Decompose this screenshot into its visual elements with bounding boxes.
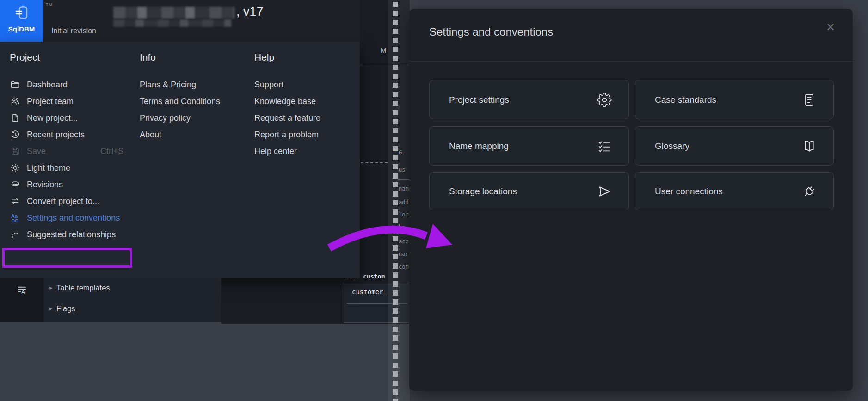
svg-text:Aa: Aa: [11, 213, 18, 219]
menu-column-title-info: Info: [140, 52, 156, 63]
menu-item-project-team[interactable]: Project team: [0, 93, 134, 110]
convert-arrows-icon: [10, 196, 20, 206]
card-user-connections[interactable]: User connections: [635, 172, 834, 210]
screenshot-root: SqlDBM TM , v17 Initial revision M STG. …: [0, 0, 868, 401]
column-fragment: nam: [399, 185, 409, 192]
menu-item-privacy[interactable]: Privacy policy: [140, 110, 220, 126]
plug-icon: [802, 184, 817, 199]
project-version-suffix: , v17: [236, 5, 264, 19]
book-icon: [802, 139, 817, 154]
menu-column-title-help: Help: [254, 52, 274, 63]
canvas-tab-fragment: M: [381, 46, 387, 54]
menu-item-request-feature[interactable]: Request a feature: [254, 110, 320, 126]
menu-item-suggested-relationships[interactable]: Suggested relationships: [0, 226, 134, 243]
column-fragment: acc: [399, 238, 409, 245]
redacted-project-title-line2: [113, 19, 231, 27]
menu-item-knowledge-base[interactable]: Knowledge base: [254, 93, 320, 110]
column-fragment: ho: [399, 224, 405, 230]
settings-conventions-modal: Settings and conventions ✕ Project setti…: [409, 9, 853, 391]
floppy-icon: [10, 146, 20, 156]
folder-icon: [10, 80, 20, 90]
app-logo-label: SqlDBM: [8, 25, 35, 33]
menu-item-recent-projects[interactable]: Recent projects: [0, 126, 134, 143]
relationship-dashed-line: [361, 162, 388, 163]
menu-item-save: Save Ctrl+S: [0, 143, 134, 160]
file-icon: [10, 113, 20, 123]
app-logo[interactable]: SqlDBM: [0, 0, 43, 42]
chevron-right-icon: ▸: [49, 305, 52, 312]
annotation-highlight-box: [2, 248, 132, 268]
menu-item-settings-and-conventions[interactable]: Aa Settings and conventions: [0, 210, 134, 226]
history-icon: [10, 130, 20, 140]
menu-item-support[interactable]: Support: [254, 76, 320, 93]
menu-item-revisions[interactable]: Revisions: [0, 176, 134, 193]
tree-item-table-templates[interactable]: ▸ Table templates: [49, 278, 216, 297]
letter-case-icon: Aa: [10, 213, 20, 223]
column-fragment: com: [399, 264, 409, 270]
menu-item-plans-pricing[interactable]: Plans & Pricing: [140, 76, 220, 93]
sqldbm-logo-icon: [12, 5, 31, 24]
table-node-header: customer_: [352, 288, 387, 296]
revision-subtitle: Initial revision: [51, 27, 96, 35]
revisions-icon: [10, 179, 20, 190]
column-fragment: nar: [399, 251, 409, 257]
text-format-icon[interactable]: A: [16, 283, 29, 296]
torn-edge-dots: [393, 2, 398, 401]
table-fragment-divider: [398, 179, 410, 180]
chevron-right-icon: ▸: [49, 284, 52, 291]
menu-item-light-theme[interactable]: Light theme: [0, 160, 134, 176]
sun-icon: [10, 163, 20, 173]
menu-item-terms[interactable]: Terms and Conditions: [140, 93, 220, 110]
close-icon[interactable]: ✕: [826, 22, 835, 33]
menu-item-convert-project[interactable]: Convert project to...: [0, 193, 134, 210]
card-storage-locations[interactable]: Storage locations: [429, 172, 629, 210]
column-fragment: G.: [399, 149, 405, 156]
menu-item-about[interactable]: About: [140, 126, 220, 143]
paper-plane-icon: [596, 184, 612, 199]
column-fragment: add: [399, 199, 409, 205]
explorer-bottom-panel: ▸ Table templates ▸ Flags: [44, 278, 221, 322]
save-shortcut: Ctrl+S: [100, 147, 124, 156]
column-fragment: loc: [399, 211, 409, 218]
trademark-label: TM: [46, 2, 53, 7]
modal-header-divider: [409, 61, 853, 62]
main-menu-panel: Project Dashboard Project team New proje…: [0, 42, 360, 278]
card-case-standards[interactable]: Case standards: [635, 80, 834, 119]
suggested-relationships-icon: [10, 229, 20, 240]
menu-column-title-project: Project: [10, 52, 40, 63]
card-project-settings[interactable]: Project settings: [429, 80, 629, 119]
svg-text:A: A: [21, 289, 25, 295]
menu-item-new-project[interactable]: New project...: [0, 110, 134, 126]
card-name-mapping[interactable]: Name mapping: [429, 126, 629, 166]
card-glossary[interactable]: Glossary: [635, 126, 834, 166]
modal-title: Settings and conventions: [429, 25, 553, 38]
left-toolbar-strip: A: [0, 278, 44, 322]
gear-icon: [597, 93, 612, 107]
menu-item-report-problem[interactable]: Report a problem: [254, 126, 320, 143]
column-fragment: us: [399, 167, 405, 173]
tree-item-flags[interactable]: ▸ Flags: [49, 299, 216, 318]
people-icon: [10, 96, 20, 106]
menu-item-dashboard[interactable]: Dashboard: [0, 76, 134, 93]
menu-item-help-center[interactable]: Help center: [254, 143, 320, 160]
schema-table-name: custom: [359, 273, 385, 280]
redacted-project-title: [113, 7, 234, 19]
checklist-icon: [597, 139, 612, 154]
document-lines-icon: [802, 93, 817, 107]
